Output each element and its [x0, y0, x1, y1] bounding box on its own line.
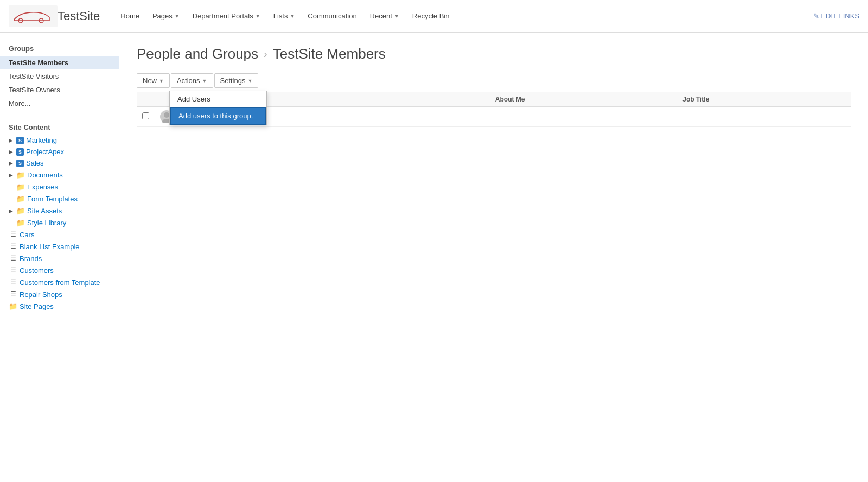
row-job-title: [677, 107, 851, 127]
nav-home[interactable]: Home: [114, 0, 146, 32]
breadcrumb-current: TestSite Members: [273, 46, 386, 62]
icon-blank-list: ☰: [9, 242, 17, 251]
sidebar-item-members[interactable]: TestSite Members: [0, 56, 119, 69]
main-layout: Groups TestSite Members TestSite Visitor…: [0, 33, 868, 482]
icon-customers-template: ☰: [9, 278, 17, 287]
breadcrumb-sep: ›: [264, 48, 267, 60]
tree-item-customers[interactable]: ☰ Customers: [0, 264, 119, 276]
icon-site-pages: 📁: [9, 302, 17, 310]
top-nav: TestSite Home Pages ▼ Department Portals…: [0, 0, 868, 33]
dropdown-add-users[interactable]: Add Users: [170, 91, 266, 107]
row-checkbox-cell: [137, 107, 155, 127]
icon-form-templates: 📁: [16, 194, 25, 203]
icon-marketing: S: [16, 137, 24, 144]
nav-department-portals[interactable]: Department Portals ▼: [186, 0, 267, 32]
site-content-section: Site Content ▶ S Marketing ▶ S ProjectAp…: [0, 120, 119, 312]
row-about-me: [490, 107, 677, 127]
icon-repair-shops: ☰: [9, 290, 17, 299]
tree-item-style-library[interactable]: 📁 Style Library: [0, 217, 119, 229]
breadcrumb-parent[interactable]: People and Groups: [137, 46, 258, 62]
tree-item-sales[interactable]: ▶ S Sales: [0, 157, 119, 169]
new-dropdown-menu: Add Users Add users to this group.: [169, 91, 267, 125]
settings-button[interactable]: Settings ▼: [214, 73, 259, 88]
icon-style-library: 📁: [16, 218, 25, 227]
sidebar-item-more[interactable]: More...: [0, 97, 119, 110]
content-area: People and Groups › TestSite Members New…: [119, 33, 868, 482]
groups-section-title: Groups: [0, 41, 119, 56]
edit-links-btn[interactable]: ✎ EDIT LINKS: [805, 12, 868, 20]
main-nav: Home Pages ▼ Department Portals ▼ Lists …: [108, 0, 461, 32]
nav-lists[interactable]: Lists ▼: [267, 0, 302, 32]
dept-portals-caret: ▼: [256, 14, 260, 19]
tree-item-site-assets[interactable]: ▶ 📁 Site Assets: [0, 205, 119, 217]
tree-item-repair-shops[interactable]: ☰ Repair Shops: [0, 288, 119, 300]
tree-item-expenses[interactable]: 📁 Expenses: [0, 181, 119, 193]
nav-pages[interactable]: Pages ▼: [146, 0, 186, 32]
nav-recycle-bin[interactable]: Recycle Bin: [406, 0, 456, 32]
svg-point-3: [164, 112, 169, 118]
nav-communication[interactable]: Communication: [301, 0, 363, 32]
new-caret: ▼: [159, 78, 164, 84]
lists-caret: ▼: [290, 14, 295, 19]
recent-caret: ▼: [394, 14, 399, 19]
pages-caret: ▼: [175, 14, 180, 19]
icon-expenses: 📁: [16, 182, 25, 191]
icon-projectapex: S: [16, 148, 24, 156]
arrow-sales: ▶: [9, 160, 13, 166]
icon-sales: S: [16, 160, 24, 167]
col-checkbox: [137, 92, 155, 107]
icon-cars: ☰: [9, 230, 17, 239]
site-logo: [9, 5, 58, 27]
actions-caret: ▼: [202, 78, 207, 84]
arrow-projectapex: ▶: [9, 149, 13, 155]
icon-customers: ☰: [9, 266, 17, 275]
tree-item-site-pages[interactable]: 📁 Site Pages: [0, 300, 119, 312]
col-about-me: About Me: [490, 92, 677, 107]
actions-button[interactable]: Actions ▼: [171, 73, 213, 88]
tree-item-documents[interactable]: ▶ 📁 Documents: [0, 169, 119, 181]
sidebar-divider: [0, 110, 119, 116]
tree-item-cars[interactable]: ☰ Cars: [0, 229, 119, 240]
sidebar-item-owners[interactable]: TestSite Owners: [0, 83, 119, 97]
dropdown-add-users-group[interactable]: Add users to this group.: [170, 107, 266, 125]
tree-item-projectapex[interactable]: ▶ S ProjectApex: [0, 146, 119, 157]
tree-item-blank-list[interactable]: ☰ Blank List Example: [0, 240, 119, 252]
icon-site-assets: 📁: [16, 206, 25, 215]
logo-area: TestSite: [0, 5, 108, 27]
arrow-documents: ▶: [9, 172, 13, 178]
icon-documents: 📁: [16, 170, 25, 179]
tree-item-brands[interactable]: ☰ Brands: [0, 252, 119, 264]
sidebar: Groups TestSite Members TestSite Visitor…: [0, 33, 119, 482]
sidebar-item-visitors[interactable]: TestSite Visitors: [0, 69, 119, 83]
tree-item-marketing[interactable]: ▶ S Marketing: [0, 135, 119, 146]
settings-caret: ▼: [247, 78, 252, 84]
icon-brands: ☰: [9, 254, 17, 263]
tree-item-form-templates[interactable]: 📁 Form Templates: [0, 193, 119, 205]
row-checkbox[interactable]: [142, 112, 149, 119]
nav-recent[interactable]: Recent ▼: [363, 0, 406, 32]
site-title: TestSite: [58, 9, 100, 23]
new-button[interactable]: New ▼: [137, 73, 170, 88]
site-content-title: Site Content: [0, 120, 119, 135]
arrow-marketing: ▶: [9, 137, 13, 143]
svg-rect-0: [9, 5, 58, 27]
page-title-row: People and Groups › TestSite Members: [137, 46, 851, 62]
toolbar: New ▼ Actions ▼ Settings ▼ Add Users Add…: [137, 73, 851, 88]
col-job-title: Job Title: [677, 92, 851, 107]
tree-item-customers-template[interactable]: ☰ Customers from Template: [0, 276, 119, 288]
arrow-site-assets: ▶: [9, 208, 13, 214]
